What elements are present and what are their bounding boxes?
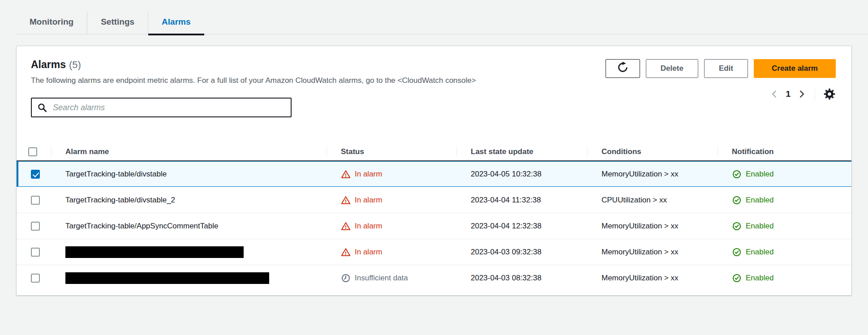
panel-header-right: Delete Edit Create alarm 1 xyxy=(606,46,836,117)
condition-text: MemoryUtilization > xx xyxy=(602,170,678,179)
tab-settings[interactable]: Settings xyxy=(87,12,148,34)
table-row[interactable]: TargetTracking-table/divstable_2 In alar… xyxy=(17,187,851,213)
panel-header-left: Alarms(5) The following alarms are endpo… xyxy=(31,46,476,117)
search-box xyxy=(31,98,292,117)
condition-text: MemoryUtilization > xx xyxy=(602,274,678,283)
conditions-cell: CPUUtilization > xx xyxy=(587,196,718,205)
check-circle-icon xyxy=(732,195,742,205)
search-icon xyxy=(37,103,47,113)
page: Monitoring Settings Alarms Alarms(5) The… xyxy=(0,12,868,296)
refresh-button[interactable] xyxy=(606,59,640,78)
table-row[interactable]: Insufficient data 2023-04-03 08:32:38 Me… xyxy=(17,265,851,291)
notification-cell: Enabled xyxy=(718,273,851,283)
alarm-name-cell xyxy=(51,246,327,258)
row-checkbox[interactable] xyxy=(31,248,40,257)
status-cell: Insufficient data xyxy=(327,273,456,283)
alarm-name-cell: TargetTracking-table/divstable_2 xyxy=(51,196,327,205)
table-header-row: Alarm name Status Last state update Cond… xyxy=(17,143,851,161)
column-header-last-state-update[interactable]: Last state update xyxy=(456,143,587,160)
last-state-update: 2023-04-04 12:32:38 xyxy=(471,222,541,231)
tab-alarms[interactable]: Alarms xyxy=(148,12,204,34)
notification-text: Enabled xyxy=(746,196,773,205)
column-header-status[interactable]: Status xyxy=(327,143,456,160)
status-cell: In alarm xyxy=(327,221,456,231)
alarm-name-cell: TargetTracking-table/divstable xyxy=(51,170,327,179)
notification-cell: Enabled xyxy=(718,169,851,179)
panel-description: The following alarms are endpoint metric… xyxy=(31,76,476,85)
conditions-cell: MemoryUtilization > xx xyxy=(587,248,718,257)
status-text: In alarm xyxy=(355,196,382,205)
search-input[interactable] xyxy=(52,99,291,116)
check-circle-icon xyxy=(732,169,742,179)
status-text: In alarm xyxy=(355,248,382,257)
check-circle-icon xyxy=(732,247,742,257)
table-row[interactable]: TargetTracking-table/divstable In alarm … xyxy=(17,161,851,187)
pagination: 1 xyxy=(769,87,836,101)
header-checkbox-cell xyxy=(17,143,51,160)
condition-text: MemoryUtilization > xx xyxy=(602,248,678,257)
row-checkbox-cell xyxy=(17,170,51,179)
column-header-alarm-name[interactable]: Alarm name xyxy=(51,143,327,160)
last-state-update: 2023-04-04 11:32:38 xyxy=(471,196,541,205)
alarms-table: Alarm name Status Last state update Cond… xyxy=(17,143,851,295)
column-header-conditions[interactable]: Conditions xyxy=(587,143,718,160)
redaction-bar xyxy=(65,246,244,258)
row-checkbox-cell xyxy=(17,196,51,205)
status-icon xyxy=(341,169,351,179)
notification-text: Enabled xyxy=(746,274,773,283)
alarms-panel: Alarms(5) The following alarms are endpo… xyxy=(16,46,852,296)
condition-text: MemoryUtilization > xx xyxy=(602,222,678,231)
status-cell: In alarm xyxy=(327,247,456,257)
edit-button[interactable]: Edit xyxy=(704,59,748,78)
status-text: In alarm xyxy=(355,170,382,179)
row-checkbox[interactable] xyxy=(31,274,40,283)
row-checkbox-cell xyxy=(17,222,51,231)
alarm-name: TargetTracking-table/AppSyncCommentTable xyxy=(65,222,218,231)
action-buttons: Delete Edit Create alarm xyxy=(606,59,836,78)
tab-monitoring[interactable]: Monitoring xyxy=(16,12,87,34)
last-state-update-cell: 2023-04-04 12:32:38 xyxy=(456,222,587,231)
current-page[interactable]: 1 xyxy=(786,89,791,99)
alarm-name: TargetTracking-table/divstable_2 xyxy=(65,196,175,205)
redaction-bar xyxy=(65,272,269,284)
pagination-divider xyxy=(815,87,815,101)
status-icon xyxy=(341,273,351,283)
last-state-update: 2023-04-03 09:32:38 xyxy=(471,248,541,257)
table-row[interactable]: In alarm 2023-04-03 09:32:38 MemoryUtili… xyxy=(17,239,851,265)
last-state-update-cell: 2023-04-03 09:32:38 xyxy=(456,248,587,257)
chevron-right-icon[interactable] xyxy=(797,89,807,99)
chevron-left-icon[interactable] xyxy=(769,89,779,99)
status-text: In alarm xyxy=(355,222,382,231)
alarm-name-cell xyxy=(51,272,327,284)
status-cell: In alarm xyxy=(327,195,456,205)
notification-cell: Enabled xyxy=(718,221,851,231)
conditions-cell: MemoryUtilization > xx xyxy=(587,222,718,231)
select-all-checkbox[interactable] xyxy=(28,147,37,156)
notification-text: Enabled xyxy=(746,170,773,179)
last-state-update-cell: 2023-04-05 10:32:38 xyxy=(456,170,587,179)
panel-title: Alarms xyxy=(31,59,66,70)
title-row: Alarms(5) xyxy=(31,59,476,71)
row-checkbox-cell xyxy=(17,248,51,257)
alarm-name: TargetTracking-table/divstable xyxy=(65,170,167,179)
conditions-cell: MemoryUtilization > xx xyxy=(587,170,718,179)
row-checkbox[interactable] xyxy=(31,196,40,205)
notification-text: Enabled xyxy=(746,248,773,257)
delete-button[interactable]: Delete xyxy=(646,59,698,78)
tab-bar: Monitoring Settings Alarms xyxy=(16,12,868,34)
last-state-update-cell: 2023-04-03 08:32:38 xyxy=(456,274,587,283)
condition-text: CPUUtilization > xx xyxy=(602,196,667,205)
column-header-notification[interactable]: Notification xyxy=(718,143,851,160)
table-body: TargetTracking-table/divstable In alarm … xyxy=(17,161,851,291)
gear-icon[interactable] xyxy=(823,88,836,100)
table-row[interactable]: TargetTracking-table/AppSyncCommentTable… xyxy=(17,213,851,239)
alarm-name-cell: TargetTracking-table/AppSyncCommentTable xyxy=(51,222,327,231)
notification-cell: Enabled xyxy=(718,195,851,205)
check-circle-icon xyxy=(732,221,742,231)
create-alarm-button[interactable]: Create alarm xyxy=(754,59,836,78)
panel-header: Alarms(5) The following alarms are endpo… xyxy=(17,46,851,117)
row-checkbox[interactable] xyxy=(31,170,40,179)
status-text: Insufficient data xyxy=(355,274,408,283)
row-checkbox[interactable] xyxy=(31,222,40,231)
last-state-update: 2023-04-03 08:32:38 xyxy=(471,274,541,283)
